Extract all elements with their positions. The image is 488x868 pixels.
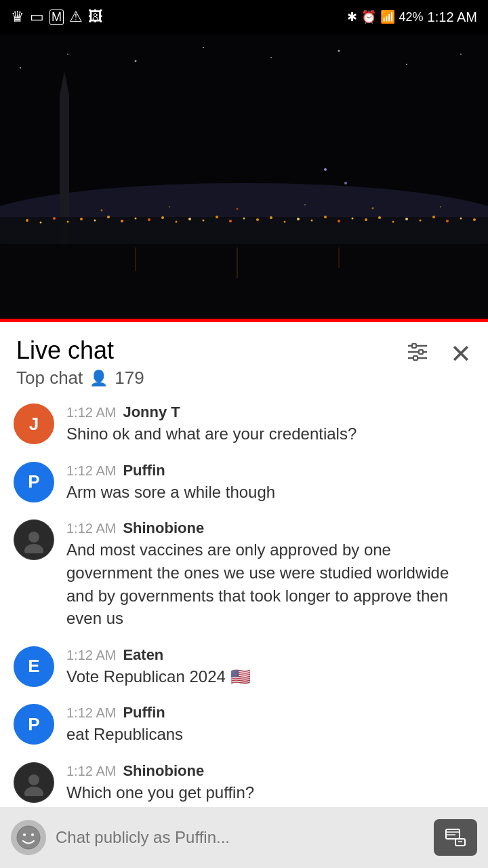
send-icon[interactable] — [434, 819, 477, 856]
message-meta: 1:12 AM Jonny T — [66, 403, 474, 421]
message-author: Shinobione — [123, 762, 204, 780]
svg-point-7 — [53, 217, 56, 220]
svg-point-71 — [31, 833, 34, 836]
message-text: Vote Republican 2024 🇺🇸 — [66, 665, 474, 688]
time-display: 1:12 AM — [428, 9, 477, 25]
folder-icon: ▭ — [30, 8, 44, 26]
battery-level: 42% — [399, 10, 424, 24]
message-text: Shino ok and what are your credentials? — [66, 422, 474, 446]
svg-point-36 — [446, 220, 449, 222]
svg-point-39 — [101, 210, 103, 212]
svg-point-25 — [297, 218, 300, 220]
avatar-letter: J — [29, 414, 39, 435]
close-icon[interactable]: ✕ — [450, 341, 472, 367]
svg-rect-63 — [419, 350, 423, 354]
m-icon: M — [49, 9, 64, 25]
svg-point-50 — [338, 50, 340, 52]
svg-point-40 — [169, 206, 170, 208]
svg-point-15 — [161, 216, 164, 219]
svg-rect-75 — [455, 839, 465, 846]
message-author: Jonny T — [123, 403, 180, 421]
svg-point-33 — [405, 218, 408, 220]
svg-point-27 — [324, 216, 327, 218]
viewers-icon: 👤 — [89, 370, 108, 387]
message-meta: 1:12 AM Eaten — [66, 646, 474, 664]
message-content: 1:12 AM Eaten Vote Republican 2024 🇺🇸 — [66, 646, 474, 688]
svg-rect-72 — [446, 829, 460, 839]
message-time: 1:12 AM — [66, 521, 116, 536]
message-content: 1:12 AM Shinobione And most vaccines are… — [66, 519, 474, 629]
message-author: Puffin — [123, 462, 165, 479]
video-cityscape — [0, 34, 488, 319]
svg-point-49 — [270, 57, 272, 58]
bluetooth-icon: ✱ — [347, 9, 357, 24]
chat-message: E 1:12 AM Eaten Vote Republican 2024 🇺🇸 — [0, 638, 488, 696]
message-content: 1:12 AM Jonny T Shino ok and what are yo… — [66, 403, 474, 446]
message-time: 1:12 AM — [66, 648, 116, 663]
message-content: 1:12 AM Shinobione Which one you get puf… — [66, 762, 474, 804]
avatar-letter: P — [28, 471, 39, 492]
svg-point-52 — [460, 54, 462, 55]
message-meta: 1:12 AM Shinobione — [66, 519, 474, 537]
message-time: 1:12 AM — [66, 463, 116, 479]
image-icon: 🖼 — [88, 8, 103, 26]
message-author: Eaten — [123, 646, 163, 664]
message-meta: 1:12 AM Puffin — [66, 704, 474, 722]
chat-message: P 1:12 AM Puffin Arm was sore a while th… — [0, 454, 488, 512]
chat-input-area — [0, 807, 488, 868]
svg-rect-64 — [413, 356, 418, 360]
svg-point-11 — [107, 216, 110, 218]
svg-point-70 — [23, 833, 26, 836]
chat-header-actions: ✕ — [405, 336, 472, 368]
wifi-icon: 📶 — [380, 9, 395, 24]
viewer-count: 179 — [115, 368, 144, 389]
chat-subtitle: Top chat 👤 179 — [16, 368, 144, 389]
svg-point-42 — [304, 204, 306, 205]
svg-point-38 — [473, 218, 476, 221]
message-content: 1:12 AM Puffin Arm was sore a while thou… — [66, 462, 474, 504]
emoji-icon[interactable] — [11, 820, 46, 855]
svg-point-41 — [237, 208, 239, 210]
svg-point-45 — [20, 67, 21, 68]
svg-point-44 — [440, 206, 441, 208]
chat-message: P 1:12 AM Puffin eat Republicans — [0, 696, 488, 754]
svg-point-26 — [311, 220, 313, 222]
message-author: Shinobione — [123, 519, 204, 537]
svg-point-20 — [229, 220, 232, 222]
alarm-icon: ⏰ — [361, 9, 376, 24]
warning-icon: ⚠ — [69, 8, 83, 26]
svg-point-43 — [372, 208, 374, 210]
svg-rect-55 — [0, 244, 488, 319]
message-text: Arm was sore a while though — [66, 481, 474, 504]
svg-point-5 — [26, 219, 28, 222]
svg-rect-62 — [412, 344, 416, 348]
message-meta: 1:12 AM Shinobione — [66, 762, 474, 780]
message-text: Which one you get puffin? — [66, 781, 474, 804]
svg-point-69 — [17, 826, 40, 849]
svg-point-6 — [40, 222, 42, 224]
svg-point-67 — [28, 774, 39, 785]
chat-input[interactable] — [56, 828, 424, 847]
svg-point-22 — [256, 218, 259, 221]
chat-messages-list: J 1:12 AM Jonny T Shino ok and what are … — [0, 389, 488, 868]
video-player[interactable] — [0, 34, 488, 319]
svg-point-13 — [135, 218, 137, 220]
svg-point-9 — [80, 218, 83, 220]
svg-point-24 — [284, 221, 286, 223]
chat-message: 1:12 AM Shinobione And most vaccines are… — [0, 511, 488, 637]
message-content: 1:12 AM Puffin eat Republicans — [66, 704, 474, 746]
svg-point-37 — [460, 218, 462, 220]
chat-message: 1:12 AM Shinobione Which one you get puf… — [0, 754, 488, 812]
crown-icon: ♛ — [11, 8, 24, 26]
svg-point-47 — [135, 60, 137, 62]
svg-point-46 — [67, 54, 68, 55]
svg-point-66 — [24, 544, 43, 553]
svg-point-17 — [188, 218, 191, 220]
svg-point-19 — [216, 216, 218, 218]
message-time: 1:12 AM — [66, 705, 116, 721]
svg-point-8 — [67, 221, 69, 223]
svg-point-23 — [270, 216, 272, 219]
avatar-letter: E — [28, 656, 39, 677]
svg-point-28 — [338, 220, 340, 222]
filter-icon[interactable] — [405, 340, 430, 368]
